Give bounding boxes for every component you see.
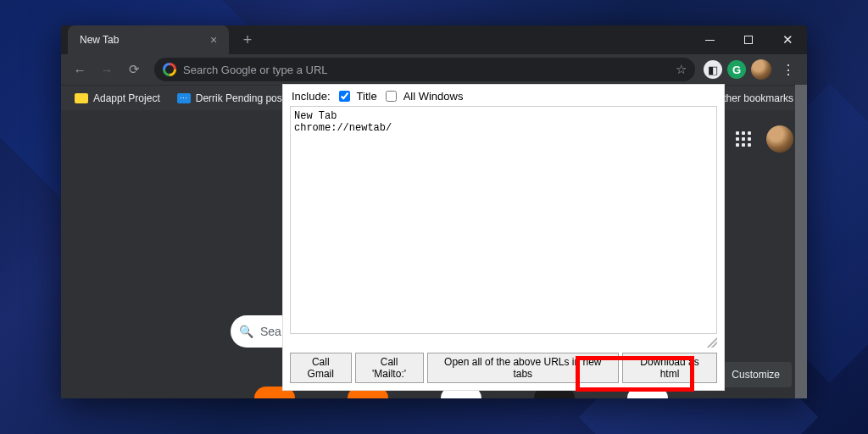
search-icon: 🔍: [239, 325, 253, 338]
search-text-fragment: Sea: [260, 325, 281, 338]
minimize-button[interactable]: [690, 25, 729, 54]
urls-textarea[interactable]: [290, 106, 717, 334]
maximize-icon: [744, 36, 753, 44]
customize-button[interactable]: Customize: [720, 362, 792, 387]
folder-icon: [75, 93, 88, 103]
toolbar: ← → ⟳ Search Google or type a URL ☆ ◧ G …: [61, 54, 807, 85]
all-windows-checkbox[interactable]: [386, 91, 397, 102]
forward-button[interactable]: →: [95, 58, 119, 81]
menu-button[interactable]: ⋮: [776, 58, 800, 81]
account-avatar[interactable]: [766, 125, 793, 153]
extension-icon-1[interactable]: ◧: [704, 60, 722, 79]
maximize-button[interactable]: [729, 25, 768, 54]
bookmark-label: Adappt Project: [93, 92, 160, 104]
bookmark-star-icon[interactable]: ☆: [676, 62, 687, 77]
tab-close-icon[interactable]: ×: [207, 33, 220, 47]
extension-popup: Include: Title All Windows Call Gmail Ca…: [283, 85, 724, 390]
tab-new-tab[interactable]: New Tab ×: [68, 25, 229, 54]
open-all-urls-button[interactable]: Open all of the above URLs in new tabs: [427, 353, 619, 383]
back-button[interactable]: ←: [68, 58, 92, 81]
title-checkbox-label: Title: [357, 90, 377, 103]
bookmark-icon: [177, 93, 191, 103]
google-icon: [163, 63, 176, 76]
include-label: Include:: [292, 90, 331, 103]
new-tab-button[interactable]: +: [236, 28, 259, 52]
bookmark-label: Derrik Pending posts: [196, 92, 290, 104]
extension-icon-grammarly[interactable]: G: [727, 60, 746, 79]
window-controls: ✕: [690, 25, 807, 54]
titlebar: New Tab × + ✕: [61, 25, 807, 54]
reload-button[interactable]: ⟳: [122, 58, 146, 81]
content-top-right: [736, 125, 793, 153]
popup-button-row: Call Gmail Call 'Mailto:' Open all of th…: [283, 349, 724, 390]
omnibox-placeholder: Search Google or type a URL: [183, 64, 669, 76]
all-windows-checkbox-label: All Windows: [403, 90, 464, 103]
extension-area: ◧ G ⋮: [704, 58, 800, 81]
scrollbar-thumb[interactable]: [795, 85, 807, 398]
popup-header: Include: Title All Windows: [283, 85, 724, 106]
bookmark-item-derrik[interactable]: Derrik Pending posts: [170, 89, 297, 108]
scrollbar[interactable]: [795, 85, 807, 398]
apps-grid-icon[interactable]: [736, 131, 751, 147]
call-mailto-button[interactable]: Call 'Mailto:': [355, 353, 424, 383]
omnibox[interactable]: Search Google or type a URL ☆: [154, 58, 695, 81]
tab-title: New Tab: [80, 34, 207, 46]
profile-avatar[interactable]: [751, 59, 771, 80]
title-checkbox[interactable]: [339, 91, 350, 102]
download-as-html-button[interactable]: Download as html: [622, 353, 717, 383]
search-box[interactable]: 🔍 Sea: [231, 315, 290, 348]
minimize-icon: [705, 40, 715, 41]
call-gmail-button[interactable]: Call Gmail: [290, 353, 352, 383]
bookmark-item-adappt[interactable]: Adappt Project: [68, 89, 167, 108]
resize-handle-icon[interactable]: [707, 337, 717, 348]
close-window-button[interactable]: ✕: [768, 25, 807, 54]
